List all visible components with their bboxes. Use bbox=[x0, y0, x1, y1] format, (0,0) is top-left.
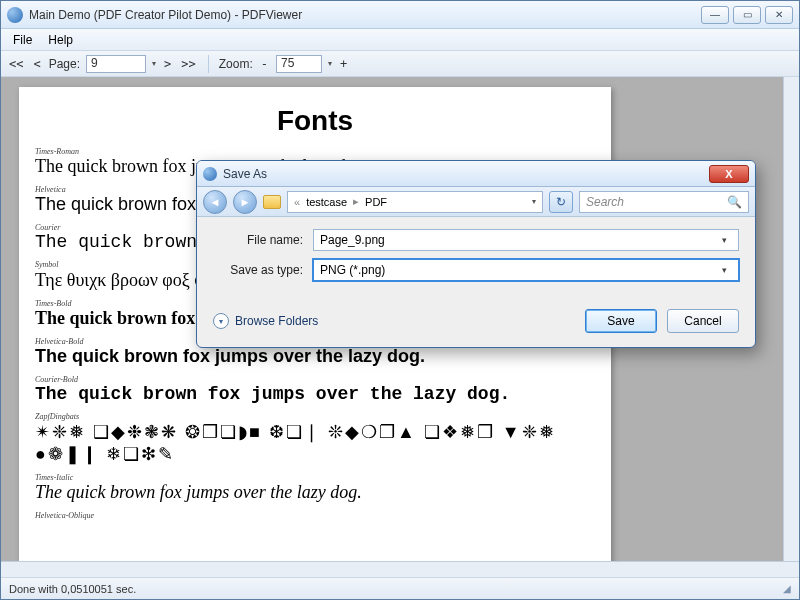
save-as-dialog: Save As X ◄ ► « testcase ▸ PDF ▾ ↻ Searc… bbox=[196, 160, 756, 348]
vertical-scrollbar[interactable] bbox=[783, 77, 799, 577]
resize-grip-icon[interactable]: ◢ bbox=[783, 583, 791, 594]
window-title: Main Demo (PDF Creator Pilot Demo) - PDF… bbox=[29, 8, 701, 22]
menu-file[interactable]: File bbox=[7, 31, 38, 49]
page-dropdown-icon[interactable]: ▾ bbox=[152, 59, 156, 68]
dialog-titlebar: Save As X bbox=[197, 161, 755, 187]
app-icon bbox=[7, 7, 23, 23]
filetype-dropdown-icon[interactable]: ▾ bbox=[716, 265, 732, 275]
back-button[interactable]: ◄ bbox=[203, 190, 227, 214]
prev-page-button[interactable]: < bbox=[31, 57, 42, 71]
filename-dropdown-icon[interactable]: ▾ bbox=[716, 235, 732, 245]
refresh-button[interactable]: ↻ bbox=[549, 191, 573, 213]
forward-button[interactable]: ► bbox=[233, 190, 257, 214]
window-controls: — ▭ ✕ bbox=[701, 6, 793, 24]
menu-help[interactable]: Help bbox=[42, 31, 79, 49]
status-text: Done with 0,0510051 sec. bbox=[9, 583, 136, 595]
close-button[interactable]: ✕ bbox=[765, 6, 793, 24]
breadcrumb-sep-icon: « bbox=[294, 196, 300, 208]
last-page-button[interactable]: >> bbox=[179, 57, 197, 71]
zoom-dropdown-icon[interactable]: ▾ bbox=[328, 59, 332, 68]
font-label: Times-Italic bbox=[35, 473, 595, 482]
folder-icon bbox=[263, 195, 281, 209]
search-placeholder: Search bbox=[586, 195, 624, 209]
font-label: Times-Roman bbox=[35, 147, 595, 156]
cancel-button[interactable]: Cancel bbox=[667, 309, 739, 333]
zoom-in-button[interactable]: + bbox=[338, 57, 349, 71]
toolbar-separator bbox=[208, 55, 209, 73]
breadcrumb-dropdown-icon[interactable]: ▾ bbox=[532, 197, 536, 206]
filetype-combo[interactable]: PNG (*.png) ▾ bbox=[313, 259, 739, 281]
chevron-down-icon: ▾ bbox=[213, 313, 229, 329]
font-label: ZapfDingbats bbox=[35, 412, 595, 421]
sample-text: The quick brown fox jumps over the lazy … bbox=[35, 384, 595, 404]
sample-text: ✴❈❅ ❑◆❉❃❋ ❂❒❏◗■ ❆❏❘ ❊◆❍❐▲ ❏❖❅❒ ▼❈❅ ●❁❚❙ … bbox=[35, 421, 595, 465]
filename-input[interactable]: Page_9.png ▾ bbox=[313, 229, 739, 251]
dialog-form: File name: Page_9.png ▾ Save as type: PN… bbox=[197, 217, 755, 303]
dialog-close-button[interactable]: X bbox=[709, 165, 749, 183]
dialog-footer: ▾ Browse Folders Save Cancel bbox=[197, 303, 755, 347]
font-label: Helvetica-Oblique bbox=[35, 511, 595, 520]
filetype-value: PNG (*.png) bbox=[320, 263, 385, 277]
page-input[interactable]: 9 bbox=[86, 55, 146, 73]
breadcrumb-seg[interactable]: testcase bbox=[306, 196, 347, 208]
statusbar: Done with 0,0510051 sec. ◢ bbox=[1, 577, 799, 599]
dialog-icon bbox=[203, 167, 217, 181]
dialog-navbar: ◄ ► « testcase ▸ PDF ▾ ↻ Search 🔍 bbox=[197, 187, 755, 217]
next-page-button[interactable]: > bbox=[162, 57, 173, 71]
breadcrumb[interactable]: « testcase ▸ PDF ▾ bbox=[287, 191, 543, 213]
page-heading: Fonts bbox=[35, 105, 595, 137]
first-page-button[interactable]: << bbox=[7, 57, 25, 71]
dialog-title: Save As bbox=[223, 167, 709, 181]
sample-text: The quick brown fox jumps over the lazy … bbox=[35, 346, 595, 367]
chevron-right-icon: ▸ bbox=[353, 195, 359, 208]
zoom-label: Zoom: bbox=[219, 57, 253, 71]
browse-folders-toggle[interactable]: ▾ Browse Folders bbox=[213, 313, 318, 329]
toolbar: << < Page: 9 ▾ > >> Zoom: - 75 ▾ + bbox=[1, 51, 799, 77]
font-label: Courier-Bold bbox=[35, 375, 595, 384]
menubar: File Help bbox=[1, 29, 799, 51]
minimize-button[interactable]: — bbox=[701, 6, 729, 24]
browse-folders-label: Browse Folders bbox=[235, 314, 318, 328]
maximize-button[interactable]: ▭ bbox=[733, 6, 761, 24]
save-button[interactable]: Save bbox=[585, 309, 657, 333]
zoom-out-button[interactable]: - bbox=[259, 57, 270, 71]
breadcrumb-seg[interactable]: PDF bbox=[365, 196, 387, 208]
page-label: Page: bbox=[49, 57, 80, 71]
sample-text: The quick brown fox jumps over the lazy … bbox=[35, 482, 595, 503]
filetype-label: Save as type: bbox=[213, 263, 313, 277]
zoom-input[interactable]: 75 bbox=[276, 55, 322, 73]
horizontal-scrollbar[interactable] bbox=[1, 561, 799, 577]
search-input[interactable]: Search 🔍 bbox=[579, 191, 749, 213]
filename-value: Page_9.png bbox=[320, 233, 385, 247]
titlebar: Main Demo (PDF Creator Pilot Demo) - PDF… bbox=[1, 1, 799, 29]
filename-label: File name: bbox=[213, 233, 313, 247]
search-icon: 🔍 bbox=[727, 195, 742, 209]
